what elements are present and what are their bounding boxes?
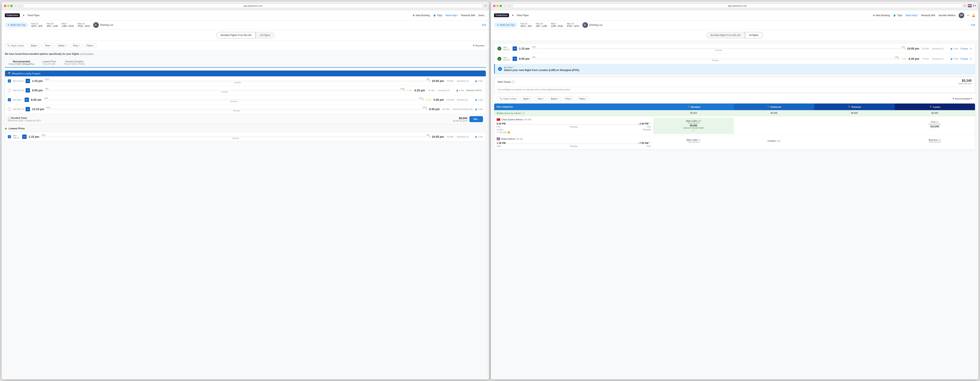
new-booking-link-left[interactable]: ⊕ New Booking <box>413 14 430 17</box>
all-flights-toggle-left[interactable]: All Flights <box>256 32 275 38</box>
price-filter-right[interactable]: Price ▾ <box>563 96 575 101</box>
segment-1-left: Feb 22 SFO › JFK <box>31 22 43 28</box>
ce-enhanced-option[interactable]: - <box>734 122 814 130</box>
avatar-right: JM <box>959 13 964 18</box>
stops-filter-right[interactable]: Stops ▾ <box>520 96 533 101</box>
loyalty-header-left: 🏆 MileagePlus Loyalty Program <box>5 71 486 76</box>
ba-premium-option[interactable]: - <box>814 139 895 146</box>
cn-flag-icon <box>496 118 500 121</box>
refresh-btn-left[interactable]: ↻ <box>484 4 487 7</box>
checkbox-3-left[interactable]: ✓ <box>8 98 11 102</box>
close-btn-right[interactable] <box>493 5 495 7</box>
time-filter-right[interactable]: Time ▾ <box>535 96 546 101</box>
found-text-left: We have found these bundled options spec… <box>5 52 486 56</box>
refresh-btn-right[interactable]: ↻ <box>964 4 966 7</box>
policy-filter-right[interactable]: Policy ▾ <box>576 96 589 101</box>
luxury-col-header: 🪑 Luxury <box>895 103 975 110</box>
expand-btn-1-right[interactable]: ∨ <box>970 47 972 50</box>
select-btn-left[interactable]: Sel... <box>469 116 483 122</box>
maximize-btn-right[interactable] <box>500 5 502 7</box>
rewards-right: Rewards $48 <box>921 14 935 17</box>
ba-enhanced-option[interactable]: Comfort+ (W) ○ <box>734 138 814 147</box>
heart-icon-left: ♥ <box>23 14 25 17</box>
back-btn-left[interactable]: ‹ <box>14 4 17 8</box>
close-btn-left[interactable] <box>4 5 6 7</box>
back-btn-right[interactable]: ‹ <box>503 4 506 8</box>
minimize-btn-right[interactable] <box>496 5 499 7</box>
median-info-icon[interactable]: i <box>522 112 525 114</box>
flight-number-input-right[interactable]: 🔍 Flight number <box>497 96 519 101</box>
recommended-tab-left[interactable]: Recommended From $ 6,664 | MileagePlus <box>5 58 38 68</box>
segment-4-right: Mar 14 PVG › SFO <box>567 22 579 28</box>
edit-link-left[interactable]: Edit <box>482 24 486 26</box>
change-btn-2-right[interactable]: Change <box>960 57 968 60</box>
company-name-right: Pied Piper <box>517 14 529 17</box>
policy-filter-left[interactable]: Policy ▾ <box>84 43 97 48</box>
step-3-circle-right: 3 <box>498 67 502 71</box>
stops-filter-left[interactable]: Stops ▾ <box>28 43 41 48</box>
notification-icon[interactable]: 🔔 <box>972 14 975 17</box>
route-bar-4-left <box>46 109 426 110</box>
minimize-btn-left[interactable] <box>7 5 10 7</box>
forward-btn-right[interactable]: › <box>508 4 511 8</box>
multi-tickets-row-right: Multi Tickets i $5,340 Entire trip from <box>494 77 975 87</box>
sort-btn-right[interactable]: ⇅ Recommended ▾ <box>952 97 972 100</box>
expand-btn-2-right[interactable]: ∨ <box>970 57 972 60</box>
app-header-right: TripActions ♥ Pied Piper ⊕ New Booking 🧳… <box>491 10 978 21</box>
lowest-price-tab-left[interactable]: Lowest Price From $ 5,140 <box>38 58 60 67</box>
segment-1-right: Feb 22 SFO › JFK <box>520 22 532 28</box>
bundle-tabs-left: Recommended From $ 6,664 | MileagePlus L… <box>5 58 486 68</box>
route-line-2-left: JFK LHR Nonstop <box>45 88 404 93</box>
forward-btn-left[interactable]: › <box>19 4 22 8</box>
need-help-left[interactable]: Need help? <box>445 14 458 17</box>
checkbox-4-left[interactable] <box>8 108 11 111</box>
select-next-title-right: Select your next flight from London (LHR… <box>504 68 579 71</box>
multi-tickets-info-icon[interactable]: i <box>512 81 515 83</box>
bundled-toggle-right[interactable]: Bundled flights From $5,140 <box>706 32 745 38</box>
title-bar-right: ‹ › app.tripactions.com ↻ $ ▾ <box>491 2 978 10</box>
need-help-right[interactable]: Need help? <box>906 14 918 17</box>
fare-table-right: Fare categories 🪑 Standard 🪑 Enhanced 🪑 … <box>494 103 975 150</box>
chevron-down-icon: ▾ <box>50 44 51 46</box>
trips-link-left[interactable]: 🧳 Trips <box>433 14 442 17</box>
url-bar-left[interactable]: app.tripactions.com <box>23 3 483 8</box>
flight-row-4-left: Mon Mar 14 UA 12:10 pm PVG SFO Nonstop 8… <box>5 105 486 114</box>
ce-luxury-option[interactable]: First (C) Entire trip from $14,095 ○ <box>895 119 975 133</box>
airline-filter-right[interactable]: Airline ▾ <box>548 96 561 101</box>
chevron-down-icon-user[interactable]: ▾ <box>967 14 969 17</box>
us-flag-icon <box>968 5 972 7</box>
traffic-lights-right <box>493 5 502 7</box>
change-btn-1-right[interactable]: Change <box>960 48 968 50</box>
flight-number-input-left[interactable]: 🔍 Flight number <box>5 43 26 48</box>
bundled-toggle-left[interactable]: Bundled Flights From $5,140 <box>216 32 256 38</box>
checkbox-1-left[interactable]: ✓ <box>8 79 11 83</box>
url-bar-right[interactable]: app.tripactions.com <box>512 3 962 8</box>
lp-checkbox-1-left[interactable]: ✓ <box>8 135 11 138</box>
ce-standard-option[interactable]: Main Cabin (W) Entire trip from $6,884 S… <box>653 118 734 134</box>
sort-btn-left[interactable]: ⇅ Recomm... <box>473 44 486 47</box>
ce-premium-option[interactable]: - <box>814 122 895 130</box>
maximize-btn-left[interactable] <box>10 5 13 7</box>
search-icon-left: 🔍 <box>7 44 10 47</box>
checkbox-2-left[interactable] <box>8 89 11 92</box>
clock-icon-ce: ⏱ <box>496 131 499 133</box>
time-filter-left[interactable]: Time ▾ <box>42 43 54 48</box>
ba-standard-option[interactable]: Main Cabin (L) Entire trip from ○ <box>653 137 734 148</box>
baggage-icon-3: 🧳 <box>475 99 477 101</box>
baggage-icon-2: 🧳 <box>456 89 458 92</box>
heart-icon-right: ♥ <box>512 14 514 17</box>
all-flights-toggle-right[interactable]: All flights <box>745 32 763 38</box>
panel-route-2-right: JFK LHR Nonstop <box>532 56 899 61</box>
price-filter-left[interactable]: Price ▾ <box>70 43 83 48</box>
ba-luxury-option[interactable]: Business (C) Entire trip from ○ <box>895 137 975 148</box>
trips-link-right[interactable]: 🧳 Trips <box>893 14 902 17</box>
trip-type-btn-right[interactable]: ✈ Multi-City Trip <box>494 22 517 28</box>
sort-icon-left: ⇅ <box>473 44 475 47</box>
edit-link-right[interactable]: Edit <box>971 24 975 26</box>
airline-filter-left[interactable]: Airline ▾ <box>56 43 69 48</box>
avatar-right-sm: ZL <box>582 22 588 28</box>
new-booking-link-right[interactable]: ⊕ New Booking <box>873 14 890 17</box>
plane-icon-right: ✈ <box>497 24 499 26</box>
trip-type-btn-left[interactable]: ✈ Multi-City Trip <box>5 22 28 28</box>
shortest-duration-tab-left[interactable]: Shortest Duration From $ 7,664 | 27h43m <box>60 58 89 67</box>
